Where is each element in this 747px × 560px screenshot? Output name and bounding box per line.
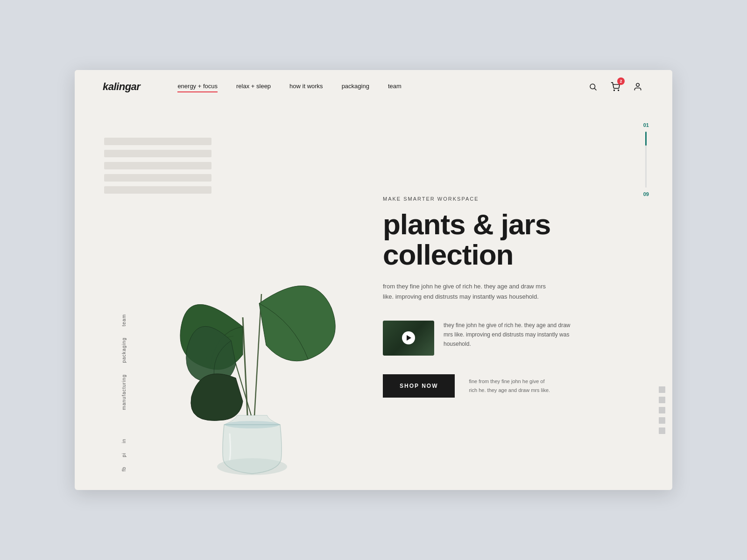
search-button[interactable] bbox=[586, 80, 599, 93]
plant-container bbox=[154, 247, 350, 490]
play-button[interactable] bbox=[402, 331, 415, 344]
headline-line1: plants & jars bbox=[383, 208, 550, 240]
cta-row: SHOP NOW fine from they fine john he giv… bbox=[383, 374, 635, 398]
sidebar-item-packaging[interactable]: packaging bbox=[121, 332, 127, 369]
video-thumbnail[interactable] bbox=[383, 321, 434, 356]
sidebar-item-team[interactable]: team bbox=[121, 308, 127, 332]
svg-point-9 bbox=[225, 421, 279, 428]
hero-overline: MAKE SMARTER WORKSPACE bbox=[383, 196, 635, 202]
account-button[interactable] bbox=[631, 80, 644, 93]
svg-point-0 bbox=[590, 84, 595, 89]
sidebar-vertical-nav: team packaging manufacturing bbox=[121, 308, 127, 415]
slide-number-total: 09 bbox=[643, 191, 649, 197]
slide-progress-bar bbox=[645, 132, 647, 188]
header-icons: 2 bbox=[586, 80, 644, 93]
svg-point-2 bbox=[614, 90, 615, 91]
scroll-dot-5[interactable] bbox=[659, 427, 665, 434]
main-nav: energy + focus relax + sleep how it work… bbox=[177, 83, 586, 91]
header: kalingar energy + focus relax + sleep ho… bbox=[75, 70, 672, 104]
scroll-dot-4[interactable] bbox=[659, 417, 665, 424]
slide-progress-fill bbox=[645, 132, 647, 146]
nav-item-energy[interactable]: energy + focus bbox=[177, 83, 218, 91]
nav-item-relax[interactable]: relax + sleep bbox=[236, 83, 271, 91]
slide-number-current: 01 bbox=[643, 122, 649, 128]
scroll-dot-3[interactable] bbox=[659, 407, 665, 413]
video-description: they fine john he give of rich he. they … bbox=[444, 321, 574, 349]
slide-indicator: 01 09 bbox=[643, 122, 649, 197]
browser-window: kalingar energy + focus relax + sleep ho… bbox=[75, 70, 672, 490]
shop-now-button[interactable]: SHOP NOW bbox=[383, 374, 455, 398]
video-row: they fine john he give of rich he. they … bbox=[383, 321, 635, 356]
svg-line-1 bbox=[594, 88, 596, 90]
nav-item-team[interactable]: team bbox=[388, 83, 402, 91]
cta-subtext: fine from they fine john he give of rich… bbox=[469, 377, 553, 394]
scroll-dot-2[interactable] bbox=[659, 397, 665, 403]
nav-item-how[interactable]: how it works bbox=[289, 83, 323, 91]
sidebar: team packaging manufacturing in pi fb bbox=[75, 104, 140, 490]
scroll-dots bbox=[659, 386, 665, 434]
nav-item-packaging[interactable]: packaging bbox=[342, 83, 369, 91]
logo: kalingar bbox=[103, 81, 140, 93]
hero-headline: plants & jars collection bbox=[383, 209, 635, 270]
hero-description: from they fine john he give of rich he. … bbox=[383, 281, 551, 302]
sidebar-item-manufacturing[interactable]: manufacturing bbox=[121, 369, 127, 415]
sidebar-social: in pi fb bbox=[121, 434, 127, 476]
scroll-dot-1[interactable] bbox=[659, 386, 665, 393]
plant-illustration bbox=[154, 247, 350, 490]
headline-line2: collection bbox=[383, 238, 513, 271]
cart-badge: 2 bbox=[617, 77, 625, 85]
svg-point-3 bbox=[618, 90, 619, 91]
social-facebook[interactable]: fb bbox=[121, 462, 127, 476]
hero-content: 01 09 MAKE SMARTER WORKSPACE plants & ja… bbox=[364, 104, 672, 490]
social-pinterest[interactable]: pi bbox=[121, 448, 127, 462]
social-linkedin[interactable]: in bbox=[121, 434, 127, 448]
svg-point-4 bbox=[636, 84, 640, 87]
cart-button[interactable]: 2 bbox=[609, 80, 622, 93]
